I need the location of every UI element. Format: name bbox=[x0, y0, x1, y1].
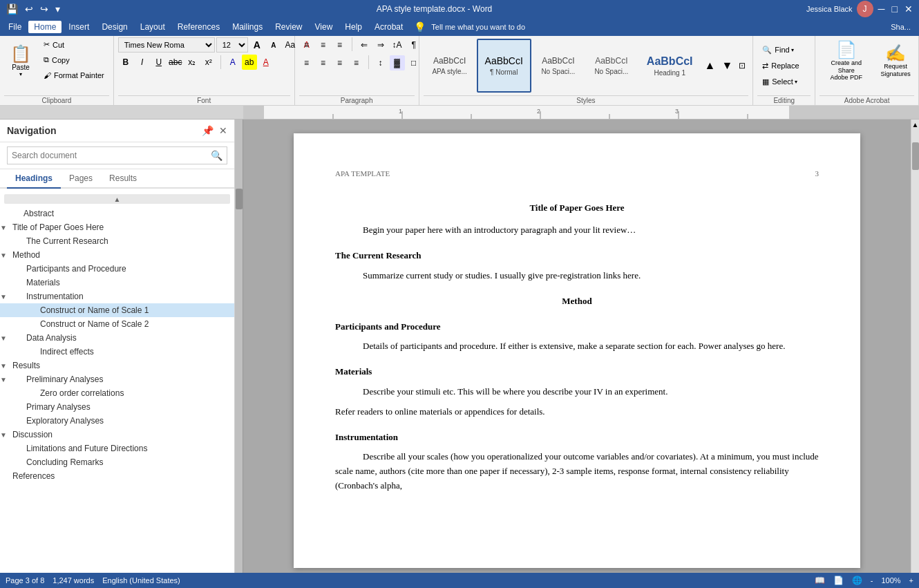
justify-button[interactable]: ≡ bbox=[349, 55, 364, 70]
menu-view[interactable]: View bbox=[310, 21, 339, 33]
vertical-scrollbar-left[interactable] bbox=[235, 120, 243, 582]
tree-indirect[interactable]: Indirect effects bbox=[0, 345, 234, 359]
sort-button[interactable]: ↕A bbox=[390, 37, 405, 53]
italic-button[interactable]: I bbox=[135, 55, 150, 70]
tree-materials[interactable]: Materials bbox=[0, 276, 234, 290]
style-heading1[interactable]: AaBbCcI Heading 1 bbox=[638, 39, 701, 93]
tree-scale1[interactable]: Construct or Name of Scale 1 bbox=[0, 303, 234, 317]
font-size-select[interactable]: 12 bbox=[216, 37, 248, 53]
close-button[interactable]: ✕ bbox=[902, 3, 915, 15]
menu-mailings[interactable]: Mailings bbox=[227, 21, 268, 33]
text-effects-button[interactable]: A bbox=[225, 55, 240, 70]
tab-results[interactable]: Results bbox=[101, 169, 145, 189]
line-spacing-button[interactable]: ↕ bbox=[373, 55, 388, 70]
tree-zero-order[interactable]: Zero order correlations bbox=[0, 386, 234, 400]
tree-primary[interactable]: Primary Analyses bbox=[0, 400, 234, 414]
scroll-up-button[interactable]: ▲ bbox=[912, 121, 919, 129]
nav-close-icon[interactable]: ✕ bbox=[219, 125, 227, 136]
search-input[interactable] bbox=[8, 147, 207, 164]
menu-acrobat[interactable]: Acrobat bbox=[369, 21, 408, 33]
tree-instrumentation[interactable]: ▼ Instrumentation bbox=[0, 290, 234, 303]
menu-review[interactable]: Review bbox=[269, 21, 307, 33]
menu-insert[interactable]: Insert bbox=[63, 21, 95, 33]
tell-me-box[interactable]: Tell me what you want to do bbox=[431, 23, 889, 31]
superscript-button[interactable]: x² bbox=[201, 55, 216, 70]
increase-indent-button[interactable]: ⇒ bbox=[373, 37, 388, 53]
tree-references[interactable]: References bbox=[0, 469, 234, 483]
align-right-button[interactable]: ≡ bbox=[332, 55, 348, 70]
select-button[interactable]: ▦ Select ▾ bbox=[757, 75, 802, 89]
restore-button[interactable]: □ bbox=[890, 3, 900, 15]
redo-button[interactable]: ↪ bbox=[38, 3, 50, 15]
format-painter-button[interactable]: 🖌 Format Painter bbox=[39, 68, 109, 82]
styles-scroll-up[interactable]: ▲ bbox=[702, 59, 719, 72]
tab-pages[interactable]: Pages bbox=[61, 169, 101, 189]
paste-button[interactable]: 📋 Paste ▾ bbox=[4, 37, 37, 84]
menu-references[interactable]: References bbox=[172, 21, 225, 33]
scrollbar-thumb-left[interactable] bbox=[236, 189, 243, 209]
menu-layout[interactable]: Layout bbox=[135, 21, 171, 33]
cut-button[interactable]: ✂ Cut bbox=[39, 37, 109, 52]
bullets-button[interactable]: ≡ bbox=[299, 37, 314, 53]
tree-scale2[interactable]: Construct or Name of Scale 2 bbox=[0, 317, 234, 331]
nav-pin-icon[interactable]: 📌 bbox=[202, 125, 214, 136]
tree-participants[interactable]: Participants and Procedure bbox=[0, 262, 234, 276]
decrease-font-button[interactable]: A bbox=[266, 37, 281, 53]
style-normal[interactable]: AaBbCcI ¶ Normal bbox=[477, 39, 531, 93]
scrollbar-thumb-right[interactable] bbox=[912, 142, 919, 170]
tree-limitations[interactable]: Limitations and Future Directions bbox=[0, 442, 234, 455]
create-pdf-button[interactable]: 📄 Create and ShareAdobe PDF bbox=[819, 37, 873, 84]
numbering-button[interactable]: ≡ bbox=[316, 37, 331, 53]
undo-button[interactable]: ↩ bbox=[23, 3, 35, 15]
zoom-in-button[interactable]: + bbox=[909, 576, 913, 582]
view-read-icon[interactable]: 📖 bbox=[815, 576, 825, 582]
vertical-scrollbar-right[interactable]: ▲ ▼ bbox=[911, 120, 919, 582]
align-center-button[interactable]: ≡ bbox=[316, 55, 331, 70]
align-left-button[interactable]: ≡ bbox=[299, 55, 314, 70]
style-nospacing1[interactable]: AaBbCcI No Spaci... bbox=[532, 39, 585, 93]
text-highlight-button[interactable]: ab bbox=[242, 55, 257, 70]
tree-discussion[interactable]: ▼ Discussion bbox=[0, 428, 234, 442]
view-web-icon[interactable]: 🌐 bbox=[852, 576, 862, 582]
tree-abstract[interactable]: Abstract bbox=[0, 207, 234, 220]
document-page[interactable]: APA TEMPLATE 3 Title of Paper Goes Here … bbox=[294, 133, 860, 568]
decrease-indent-button[interactable]: ⇐ bbox=[357, 37, 372, 53]
subscript-button[interactable]: x₂ bbox=[184, 55, 200, 70]
request-signatures-button[interactable]: ✍ RequestSignatures bbox=[877, 37, 914, 84]
customize-qat-button[interactable]: ▾ bbox=[53, 3, 62, 15]
menu-help[interactable]: Help bbox=[339, 21, 368, 33]
tree-data-analysis[interactable]: ▼ Data Analysis bbox=[0, 331, 234, 345]
tree-exploratory[interactable]: Exploratory Analyses bbox=[0, 414, 234, 428]
menu-file[interactable]: File bbox=[3, 21, 27, 33]
collapse-bar[interactable]: ▲ bbox=[4, 194, 230, 204]
shading-button[interactable]: ▓ bbox=[390, 55, 405, 70]
multilevel-button[interactable]: ≡ bbox=[332, 37, 348, 53]
minimize-button[interactable]: ─ bbox=[876, 3, 887, 15]
tree-concluding[interactable]: Concluding Remarks bbox=[0, 455, 234, 469]
tree-results[interactable]: ▼ Results bbox=[0, 359, 234, 372]
font-color-button[interactable]: A bbox=[258, 55, 274, 70]
find-button[interactable]: 🔍 Find ▾ bbox=[757, 43, 798, 57]
styles-expand[interactable]: ⊡ bbox=[736, 61, 748, 70]
style-nospacing2[interactable]: AaBbCcI No Spaci... bbox=[585, 39, 638, 93]
tree-title[interactable]: ▼ Title of Paper Goes Here bbox=[0, 220, 234, 234]
search-icon[interactable]: 🔍 bbox=[207, 147, 227, 164]
underline-button[interactable]: U bbox=[151, 55, 167, 70]
tree-prelim[interactable]: ▼ Preliminary Analyses bbox=[0, 372, 234, 386]
bold-button[interactable]: B bbox=[118, 55, 133, 70]
replace-button[interactable]: ⇄ Replace bbox=[757, 59, 804, 73]
view-print-icon[interactable]: 📄 bbox=[833, 576, 844, 582]
share-button[interactable]: Sha... bbox=[891, 23, 911, 31]
copy-button[interactable]: ⧉ Copy bbox=[39, 53, 109, 67]
tree-method[interactable]: ▼ Method bbox=[0, 248, 234, 262]
menu-design[interactable]: Design bbox=[96, 21, 133, 33]
font-family-select[interactable]: Times New Roma bbox=[118, 37, 215, 53]
tab-headings[interactable]: Headings bbox=[7, 169, 61, 189]
zoom-out-button[interactable]: - bbox=[871, 576, 873, 582]
increase-font-button[interactable]: A bbox=[249, 37, 265, 53]
menu-home[interactable]: Home bbox=[28, 21, 61, 33]
style-apa[interactable]: AaBbCcI APA style... bbox=[424, 39, 476, 93]
save-button[interactable]: 💾 bbox=[4, 3, 20, 15]
styles-scroll-down[interactable]: ▼ bbox=[719, 59, 735, 72]
strikethrough-button[interactable]: abc bbox=[168, 55, 183, 70]
